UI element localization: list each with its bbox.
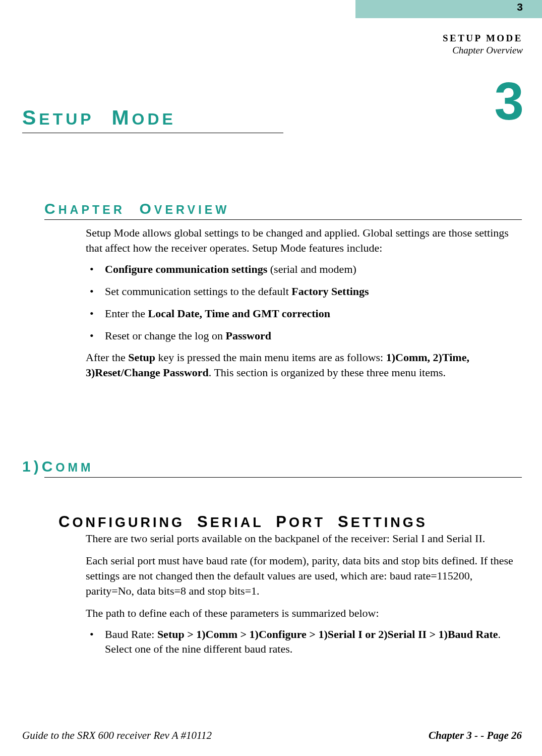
chapter-title-block: SETUP MODE (22, 106, 283, 133)
page-number-top: 3 (355, 0, 542, 13)
bullet1-bold: Configure communication settings (105, 263, 267, 275)
comm-a: 1)C (22, 458, 55, 475)
serial-p2: Each serial port must have baud rate (fo… (86, 553, 522, 599)
sb-pre: Baud Rate: (105, 628, 157, 641)
sb-bold: Setup > 1)Comm > 1)Configure > 1)Serial … (157, 628, 498, 641)
bullet2-bold: Factory Settings (291, 285, 369, 298)
comm-b: OMM (55, 461, 93, 474)
sh-w2a: S (197, 513, 210, 531)
overview-w1a: C (44, 200, 58, 217)
overview-w1b: HAPTER (58, 203, 125, 216)
sub-heading-serial: CONFIGURING SERIAL PORT SETTINGS (58, 513, 428, 531)
sh-w4a: S (338, 513, 351, 531)
bullet3-bold: Local Date, Time and GMT correction (148, 307, 330, 320)
header-tab: 3 (355, 0, 542, 18)
page: 3 SETUP MODE Chapter Overview 3 SETUP MO… (0, 0, 542, 756)
chapter-title-word2-cap: M (111, 106, 132, 129)
bullet3-pre: Enter the (105, 307, 148, 320)
sh-w1a: C (58, 513, 72, 531)
overview-after: After the Setup key is pressed the main … (86, 350, 522, 380)
top-right-header: 3 SETUP MODE Chapter Overview (355, 0, 542, 57)
overview-body: Setup Mode allows global settings to be … (86, 225, 522, 380)
list-item: Enter the Local Date, Time and GMT corre… (86, 306, 522, 321)
list-item: Reset or change the log on Password (86, 328, 522, 343)
chapter-title-word1-cap: S (22, 106, 39, 129)
serial-p1: There are two serial ports available on … (86, 531, 522, 546)
serial-bullets: Baud Rate: Setup > 1)Comm > 1)Configure … (86, 627, 522, 657)
chapter-title: SETUP MODE (22, 106, 283, 133)
bullet4-bold: Password (226, 329, 271, 342)
sh-w1b: ONFIGURING (72, 515, 185, 530)
running-header-title: SETUP MODE (355, 32, 523, 44)
serial-body: There are two serial ports available on … (86, 531, 522, 664)
overview-w2a: O (140, 200, 154, 217)
list-item: Baud Rate: Setup > 1)Comm > 1)Configure … (86, 627, 522, 657)
sh-w3b: ORT (289, 515, 325, 530)
list-item: Configure communication settings (serial… (86, 262, 522, 277)
chapter-title-rule (22, 133, 283, 133)
oa-p3: . This section is organized by these thr… (209, 366, 446, 379)
section-rule-comm (44, 477, 522, 478)
chapter-number-large: 3 (495, 75, 524, 128)
bullet1-rest: (serial and modem) (267, 263, 356, 275)
section-rule-overview (44, 219, 522, 220)
chapter-title-word2-rest: ODE (132, 110, 176, 128)
section-heading-comm: 1)COMM (22, 458, 94, 475)
footer-right: Chapter 3 - - Page 26 (429, 729, 522, 742)
oa-p1: After the (86, 351, 128, 364)
serial-p3: The path to define each of these paramet… (86, 606, 522, 621)
running-header-subtitle: Chapter Overview (355, 44, 523, 56)
sh-w2b: ERIAL (210, 515, 264, 530)
oa-b1: Setup (128, 351, 155, 364)
overview-bullets: Configure communication settings (serial… (86, 262, 522, 343)
sh-w3a: P (276, 513, 289, 531)
chapter-title-word1-rest: ETUP (39, 110, 94, 128)
running-header: SETUP MODE Chapter Overview (355, 32, 542, 57)
bullet4-pre: Reset or change the log on (105, 329, 226, 342)
sh-w4b: ETTINGS (351, 515, 428, 530)
section-heading-overview: CHAPTER OVERVIEW (44, 200, 229, 217)
page-footer: Guide to the SRX 600 receiver Rev A #101… (22, 729, 522, 742)
overview-w2b: VERVIEW (154, 203, 229, 216)
footer-left: Guide to the SRX 600 receiver Rev A #101… (22, 729, 212, 742)
overview-intro: Setup Mode allows global settings to be … (86, 225, 522, 256)
oa-p2: key is pressed the main menu items are a… (155, 351, 386, 364)
bullet2-pre: Set communication settings to the defaul… (105, 285, 291, 298)
list-item: Set communication settings to the defaul… (86, 284, 522, 299)
